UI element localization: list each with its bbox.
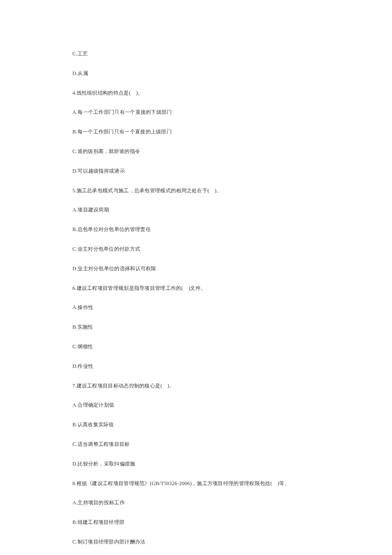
text-line: 7.建设工程项目目标动态控制的核心是( )。 <box>72 382 320 390</box>
text-line: B.总包单位对分包单位的管理责任 <box>72 226 320 233</box>
text-line: D.作业性 <box>72 363 320 370</box>
text-line: A.项目建设周期 <box>72 206 320 214</box>
text-line: A.合理确定计划值 <box>72 402 320 409</box>
text-line: C.适当调整工程项目目标 <box>72 441 320 448</box>
text-line: D.可以越级指挥或请示 <box>72 168 320 175</box>
text-line: 4.线性组织结构的特点是( )。 <box>72 90 320 97</box>
text-line: 5.施工总承包模式与施工，总承包管理模式的相同之处在于( )。 <box>72 187 320 194</box>
text-line: A.主持项目的投标工作 <box>72 499 320 506</box>
text-line: C.谁的级别高，就听谁的指令 <box>72 148 320 155</box>
text-line: 8.根据《建设工程项目管理规范》(GB/T50326-2006)，施工方项目经理… <box>72 480 320 487</box>
text-line: C.制订项目经理部内部计酬办法 <box>72 538 320 546</box>
text-line: 6.建设工程项目管理规划是指导项目管理工作的( )文件。 <box>72 285 320 292</box>
text-line: D.比较分析，采取纠偏措施 <box>72 460 320 468</box>
text-line: C.工艺 <box>72 50 320 58</box>
text-line: B.实施性 <box>72 324 320 331</box>
text-line: A.操作性 <box>72 304 320 311</box>
text-line: A.每一个工作部门只有一个直接的下级部门 <box>72 109 320 116</box>
text-line: B.认真收集实际值 <box>72 421 320 428</box>
document-content: C.工艺 D.从属 4.线性组织结构的特点是( )。 A.每一个工作部门只有一个… <box>0 0 392 555</box>
text-line: D.业主对分包单位的选择和认可权限 <box>72 265 320 272</box>
text-line: C.业主对分包单位的付款方式 <box>72 246 320 253</box>
text-line: C.纲领性 <box>72 343 320 350</box>
text-line: D.从属 <box>72 70 320 77</box>
text-line: B.每一个工作部门只有一个直接的上级部门 <box>72 128 320 136</box>
text-line: B.组建工程项目经理部 <box>72 519 320 526</box>
